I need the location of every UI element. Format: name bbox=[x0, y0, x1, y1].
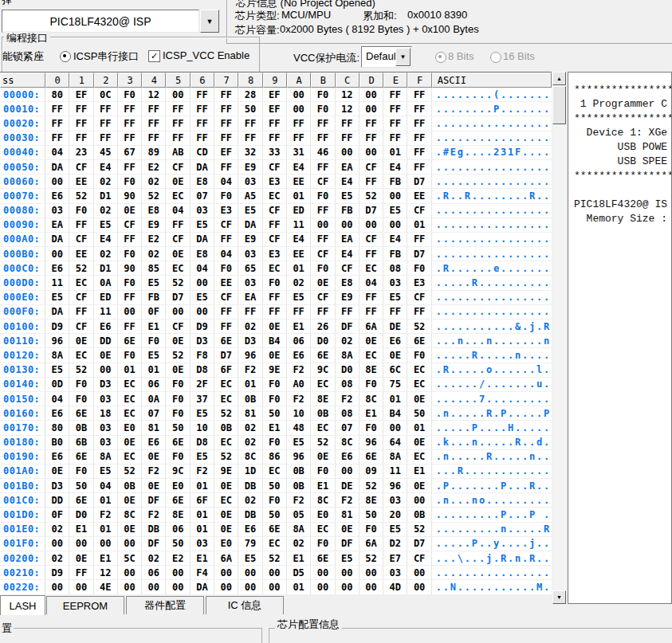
hex-byte-cell[interactable]: FF bbox=[263, 291, 287, 304]
ascii-cell[interactable]: .........P...P . bbox=[432, 508, 552, 521]
hex-byte-cell[interactable]: DF bbox=[336, 320, 360, 333]
hex-byte-cell[interactable]: 0E bbox=[407, 436, 431, 449]
hex-byte-cell[interactable]: FF bbox=[69, 116, 93, 130]
hex-byte-cell[interactable]: 00 bbox=[238, 580, 262, 594]
vcc-select-dropdown-button[interactable]: ▼ bbox=[395, 48, 411, 66]
hex-byte-cell[interactable]: FF bbox=[214, 131, 238, 145]
hex-byte-cell[interactable]: FF bbox=[311, 204, 335, 218]
hex-byte-cell[interactable]: 0B bbox=[287, 479, 311, 492]
hex-byte-cell[interactable]: 0E bbox=[263, 348, 287, 362]
hex-byte-cell[interactable]: 8A bbox=[336, 348, 360, 362]
hex-byte-cell[interactable]: F0 bbox=[214, 261, 238, 275]
hex-byte-cell[interactable]: EE bbox=[287, 174, 311, 188]
hex-byte-cell[interactable]: D9 bbox=[45, 566, 69, 579]
hex-byte-cell[interactable]: FF bbox=[311, 233, 335, 246]
hex-byte-cell[interactable]: F0 bbox=[311, 261, 335, 275]
hex-byte-cell[interactable]: EC bbox=[214, 493, 238, 507]
hex-byte-cell[interactable]: 00 bbox=[383, 218, 407, 232]
hex-byte-cell[interactable]: F0 bbox=[360, 523, 383, 536]
hex-byte-cell[interactable]: 80 bbox=[45, 421, 69, 434]
hex-byte-cell[interactable]: 00 bbox=[45, 174, 69, 188]
hex-byte-cell[interactable]: 2F bbox=[191, 378, 214, 391]
hex-byte-cell[interactable]: 28 bbox=[238, 88, 262, 101]
ascii-cell[interactable]: ................ bbox=[432, 116, 552, 130]
ascii-cell[interactable]: ................ bbox=[432, 160, 552, 174]
device-select[interactable]: PIC18LF4320@ ISP bbox=[2, 10, 199, 33]
hex-byte-cell[interactable]: FF bbox=[191, 131, 214, 145]
hex-byte-cell[interactable]: 03 bbox=[383, 566, 407, 579]
hex-byte-cell[interactable]: 02 bbox=[142, 174, 166, 188]
hex-byte-cell[interactable]: 0B bbox=[69, 421, 93, 434]
hex-byte-cell[interactable]: FF bbox=[383, 88, 407, 101]
hex-byte-cell[interactable]: 0E bbox=[214, 479, 238, 492]
hex-byte-cell[interactable]: 6E bbox=[311, 551, 335, 565]
hex-byte-cell[interactable]: 0E bbox=[214, 508, 238, 521]
hex-byte-cell[interactable]: D2 bbox=[383, 537, 407, 551]
hex-byte-cell[interactable]: 02 bbox=[142, 247, 166, 261]
hex-byte-cell[interactable]: FF bbox=[94, 131, 118, 145]
hex-byte-cell[interactable]: F0 bbox=[118, 276, 142, 289]
hex-byte-cell[interactable]: CF bbox=[336, 261, 360, 275]
hex-byte-cell[interactable]: FF bbox=[407, 88, 431, 101]
hex-byte-cell[interactable]: FF bbox=[360, 305, 383, 319]
hex-byte-cell[interactable]: 0E bbox=[311, 276, 335, 289]
hex-byte-cell[interactable]: 00 bbox=[360, 218, 383, 232]
bits-16-label[interactable]: 16 Bits bbox=[503, 50, 535, 62]
tab-eeprom[interactable]: EEPROM bbox=[46, 596, 124, 614]
hex-byte-cell[interactable]: E1 bbox=[94, 551, 118, 565]
hex-byte-cell[interactable]: CF bbox=[214, 291, 238, 304]
hex-byte-cell[interactable]: CF bbox=[311, 247, 335, 261]
hex-byte-cell[interactable]: CF bbox=[407, 291, 431, 304]
hex-byte-cell[interactable]: 6E bbox=[407, 334, 431, 347]
hex-byte-cell[interactable]: 48 bbox=[287, 421, 311, 434]
hex-byte-cell[interactable]: 50 bbox=[407, 406, 431, 420]
hex-byte-cell[interactable]: FF bbox=[238, 131, 262, 145]
hex-byte-cell[interactable]: 00 bbox=[238, 566, 262, 579]
hex-byte-cell[interactable]: 50 bbox=[238, 102, 262, 116]
hex-byte-cell[interactable]: 07 bbox=[191, 189, 214, 202]
hex-byte-cell[interactable]: 00 bbox=[383, 189, 407, 202]
hex-byte-cell[interactable]: 12 bbox=[336, 102, 360, 116]
hex-byte-cell[interactable]: 03 bbox=[191, 537, 214, 551]
hex-byte-cell[interactable]: 02 bbox=[94, 204, 118, 218]
hex-byte-cell[interactable]: E1 bbox=[142, 320, 166, 333]
ascii-cell[interactable]: .........n.....R bbox=[432, 523, 552, 536]
hex-byte-cell[interactable]: 75 bbox=[383, 378, 407, 391]
hex-byte-cell[interactable]: 52 bbox=[69, 189, 93, 202]
hex-byte-cell[interactable]: D0 bbox=[336, 363, 360, 377]
hex-byte-cell[interactable]: 03 bbox=[94, 392, 118, 406]
hex-byte-cell[interactable]: FB bbox=[336, 204, 360, 218]
hex-byte-cell[interactable]: 0D bbox=[45, 378, 69, 391]
hex-byte-cell[interactable]: FF bbox=[214, 88, 238, 101]
hex-byte-cell[interactable]: DB bbox=[238, 508, 262, 521]
hex-byte-cell[interactable]: A5 bbox=[238, 189, 262, 202]
hex-byte-cell[interactable]: 03 bbox=[238, 276, 262, 289]
hex-byte-cell[interactable]: 8A bbox=[383, 450, 407, 464]
hex-byte-cell[interactable]: 52 bbox=[214, 406, 238, 420]
hex-byte-cell[interactable]: 96 bbox=[238, 348, 262, 362]
hex-byte-cell[interactable]: 12 bbox=[142, 88, 166, 101]
hex-byte-cell[interactable]: FF bbox=[360, 291, 383, 304]
ascii-cell[interactable]: ...R............ bbox=[432, 465, 552, 478]
hex-byte-cell[interactable]: E1 bbox=[360, 406, 383, 420]
hex-byte-cell[interactable]: E5 bbox=[383, 523, 407, 536]
hex-byte-cell[interactable]: F0 bbox=[311, 537, 335, 551]
hex-byte-cell[interactable]: FF bbox=[191, 88, 214, 101]
hex-byte-cell[interactable]: FF bbox=[407, 160, 431, 174]
hex-byte-cell[interactable]: F2 bbox=[336, 493, 360, 507]
hex-byte-cell[interactable]: 0E bbox=[263, 320, 287, 333]
hex-byte-cell[interactable]: E4 bbox=[94, 160, 118, 174]
hex-byte-cell[interactable]: 04 bbox=[45, 146, 69, 159]
hex-byte-cell[interactable]: E5 bbox=[336, 189, 360, 202]
hex-byte-cell[interactable]: CF bbox=[69, 291, 93, 304]
hex-byte-cell[interactable]: 52 bbox=[360, 551, 383, 565]
hex-byte-cell[interactable]: 00 bbox=[69, 537, 93, 551]
hex-byte-cell[interactable]: EA bbox=[336, 160, 360, 174]
hex-byte-cell[interactable]: DB bbox=[142, 523, 166, 536]
hex-byte-cell[interactable]: 00 bbox=[336, 580, 360, 594]
hex-byte-cell[interactable]: E5 bbox=[94, 465, 118, 478]
hex-byte-cell[interactable]: D9 bbox=[45, 320, 69, 333]
hex-byte-cell[interactable]: 0E bbox=[118, 204, 142, 218]
ascii-cell[interactable]: .R.....o......l. bbox=[432, 363, 552, 377]
hex-byte-cell[interactable]: E6 bbox=[142, 436, 166, 449]
